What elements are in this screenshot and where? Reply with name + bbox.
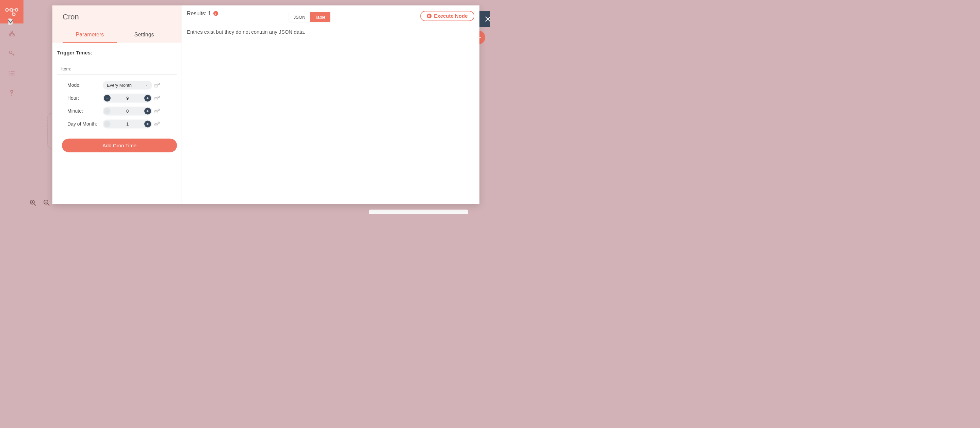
svg-rect-5 (9, 35, 11, 36)
tabs: Parameters Settings (63, 28, 172, 43)
svg-line-19 (48, 204, 50, 206)
mode-select[interactable]: Every Month (103, 81, 152, 89)
day-increment[interactable] (144, 121, 151, 127)
svg-point-32 (156, 111, 156, 112)
param-row-hour: Hour: 9 (67, 92, 177, 105)
chevron-down-icon (146, 82, 149, 88)
hour-decrement[interactable] (104, 95, 111, 101)
svg-line-15 (34, 204, 36, 206)
results-panel: Results: 1 i JSON Table Execute Node Ent… (182, 5, 479, 204)
minus-icon (106, 124, 108, 124)
param-row-day-of-month: Day of Month: 1 (67, 118, 177, 130)
svg-point-21 (155, 84, 158, 87)
svg-point-36 (155, 123, 158, 126)
minute-decrement[interactable] (104, 108, 111, 114)
day-value[interactable]: 1 (126, 121, 129, 127)
svg-rect-6 (13, 35, 14, 36)
minute-options-button[interactable] (152, 108, 162, 114)
credentials-icon[interactable] (8, 50, 15, 57)
svg-point-3 (13, 13, 15, 16)
parameters-panel: Cron Parameters Settings Trigger Times: … (52, 5, 182, 204)
executions-icon[interactable] (8, 70, 15, 76)
tab-settings[interactable]: Settings (117, 28, 172, 43)
hour-options-button[interactable] (152, 95, 162, 101)
svg-point-22 (156, 85, 156, 86)
svg-point-26 (155, 97, 158, 100)
svg-point-2 (15, 8, 18, 11)
app-logo[interactable] (0, 0, 24, 24)
svg-point-37 (156, 124, 156, 125)
sidebar (0, 0, 24, 214)
play-icon (427, 14, 431, 18)
bottom-panel-partial (369, 210, 468, 214)
close-icon (485, 16, 490, 22)
tab-parameters[interactable]: Parameters (63, 28, 117, 43)
trigger-times-label: Trigger Times: (57, 50, 177, 58)
svg-point-39 (159, 123, 159, 123)
execute-node-label: Execute Node (434, 13, 468, 19)
workflows-icon[interactable] (8, 30, 15, 37)
gear-icon (154, 108, 161, 114)
mode-label: Mode: (67, 82, 103, 88)
minus-icon (106, 111, 108, 111)
gear-icon (154, 121, 161, 127)
gear-icon (154, 82, 161, 88)
minute-increment[interactable] (144, 108, 151, 114)
item-label: Item: (57, 66, 177, 75)
day-options-button[interactable] (152, 121, 162, 127)
mode-value: Every Month (107, 82, 132, 88)
view-json-button[interactable]: JSON (289, 12, 310, 22)
gear-icon (154, 95, 161, 101)
help-icon[interactable] (8, 89, 15, 96)
svg-point-29 (159, 97, 159, 97)
svg-point-31 (155, 110, 158, 113)
info-icon[interactable]: i (213, 11, 218, 16)
hour-increment[interactable] (144, 95, 151, 101)
zoom-controls (29, 198, 51, 207)
plus-icon (146, 123, 149, 125)
minute-stepper: 0 (103, 107, 152, 115)
results-label: Results: 1 (187, 10, 211, 17)
svg-point-34 (159, 110, 159, 110)
n8n-logo-icon (5, 8, 19, 16)
svg-point-1 (10, 8, 13, 11)
svg-rect-4 (11, 31, 13, 32)
day-of-month-label: Day of Month: (67, 121, 103, 127)
sidebar-toggle[interactable] (8, 19, 13, 25)
view-toggle: JSON Table (288, 12, 331, 22)
view-table-button[interactable]: Table (310, 12, 330, 22)
hour-label: Hour: (67, 95, 103, 101)
param-row-mode: Mode: Every Month (67, 79, 177, 92)
results-empty-message: Entries exist but they do not contain an… (187, 29, 474, 35)
day-of-month-stepper: 1 (103, 119, 152, 128)
minus-icon (106, 98, 108, 98)
hour-value[interactable]: 9 (126, 95, 129, 101)
zoom-in-button[interactable] (29, 198, 37, 207)
close-button[interactable] (479, 11, 490, 27)
minute-label: Minute: (67, 108, 103, 114)
plus-icon (146, 97, 149, 99)
svg-point-0 (6, 8, 8, 11)
hour-stepper: 9 (103, 94, 152, 102)
node-editor-modal: Cron Parameters Settings Trigger Times: … (52, 5, 479, 204)
day-decrement[interactable] (104, 121, 111, 127)
mode-options-button[interactable] (152, 82, 162, 88)
execute-node-button[interactable]: Execute Node (420, 11, 474, 21)
svg-point-24 (159, 84, 159, 84)
plus-icon (146, 110, 149, 112)
svg-point-27 (156, 98, 156, 99)
minute-value[interactable]: 0 (126, 108, 129, 114)
zoom-out-button[interactable] (42, 198, 51, 207)
param-row-minute: Minute: 0 (67, 105, 177, 118)
node-title: Cron (63, 13, 172, 21)
add-cron-time-button[interactable]: Add Cron Time (62, 138, 177, 152)
